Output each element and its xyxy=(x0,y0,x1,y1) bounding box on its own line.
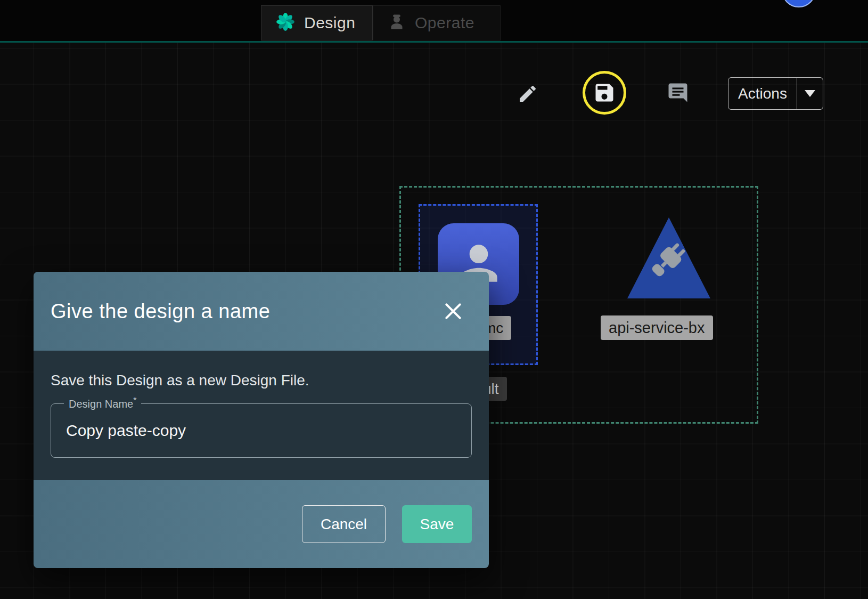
save-button[interactable]: Save xyxy=(402,505,472,543)
actions-button[interactable]: Actions xyxy=(728,77,823,110)
modal-title: Give the design a name xyxy=(51,300,270,323)
required-asterisk: * xyxy=(133,396,136,405)
save-floppy-icon[interactable] xyxy=(593,81,616,104)
tab-operate[interactable]: Operate xyxy=(373,5,501,41)
save-design-modal: Give the design a name Save this Design … xyxy=(34,272,489,568)
cancel-button[interactable]: Cancel xyxy=(302,505,386,543)
meshery-logo-icon xyxy=(275,12,296,34)
field-label-text: Design Name xyxy=(69,398,133,410)
modal-body: Save this Design as a new Design File. D… xyxy=(34,351,489,480)
comment-icon[interactable] xyxy=(666,81,690,104)
actions-button-label[interactable]: Actions xyxy=(728,78,797,109)
modal-footer: Cancel Save xyxy=(34,480,489,568)
app-window: Design Operate xyxy=(0,0,868,599)
tab-operate-label: Operate xyxy=(415,14,474,32)
tab-design[interactable]: Design xyxy=(261,5,373,41)
edit-pencil-icon[interactable] xyxy=(516,82,539,106)
modal-header: Give the design a name xyxy=(34,272,489,351)
modal-description: Save this Design as a new Design File. xyxy=(51,372,472,389)
design-name-field-label: Design Name* xyxy=(64,396,141,410)
design-name-input[interactable] xyxy=(51,404,471,457)
close-icon[interactable] xyxy=(441,299,465,323)
avatar[interactable] xyxy=(782,0,816,7)
chevron-down-icon xyxy=(805,90,815,97)
design-canvas[interactable]: Actions mc ult xyxy=(0,43,868,599)
operator-icon xyxy=(387,12,406,34)
tab-design-label: Design xyxy=(304,14,355,32)
api-service-node-label: api-service-bx xyxy=(601,315,713,340)
actions-dropdown-toggle[interactable] xyxy=(797,78,823,109)
design-name-field[interactable]: Design Name* xyxy=(51,403,472,458)
save-highlight-ring xyxy=(583,71,626,115)
top-navbar: Design Operate xyxy=(0,0,868,43)
